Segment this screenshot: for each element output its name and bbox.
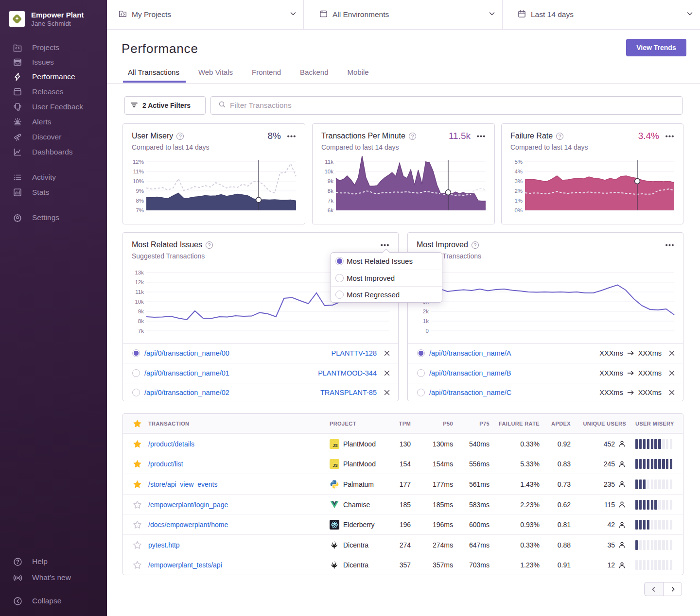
svg-text:9k: 9k	[138, 308, 144, 314]
svg-text:11k: 11k	[325, 159, 333, 165]
svg-text:9k: 9k	[328, 178, 333, 184]
svg-text:1k: 1k	[423, 318, 429, 324]
svg-text:7k: 7k	[328, 198, 333, 204]
svg-text:13k: 13k	[135, 270, 144, 275]
svg-text:11%: 11%	[133, 169, 144, 174]
svg-text:8%: 8%	[136, 198, 144, 204]
svg-text:0: 0	[426, 328, 429, 334]
svg-text:8k: 8k	[328, 188, 333, 194]
svg-text:10k: 10k	[135, 299, 144, 305]
svg-text:10k: 10k	[324, 169, 333, 174]
svg-text:1%: 1%	[514, 198, 523, 204]
svg-text:2%: 2%	[514, 188, 523, 194]
svg-text:2k: 2k	[423, 308, 429, 314]
svg-text:12%: 12%	[133, 159, 144, 165]
svg-text:3%: 3%	[514, 178, 523, 184]
svg-text:9%: 9%	[136, 188, 144, 194]
svg-text:7k: 7k	[138, 328, 144, 334]
svg-text:0%: 0%	[514, 207, 523, 213]
svg-text:10%: 10%	[133, 178, 144, 184]
svg-text:5%: 5%	[514, 159, 523, 165]
svg-text:6k: 6k	[328, 207, 333, 213]
svg-text:7%: 7%	[136, 207, 144, 213]
svg-text:12k: 12k	[135, 279, 144, 285]
svg-text:4%: 4%	[514, 169, 523, 174]
svg-text:11k: 11k	[135, 289, 144, 295]
svg-text:8k: 8k	[138, 318, 144, 324]
